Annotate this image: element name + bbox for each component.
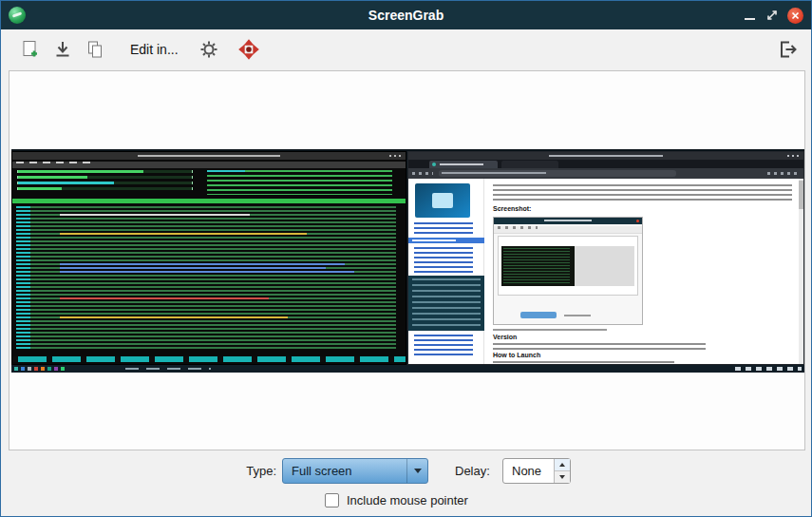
terminal-menu-items (16, 162, 96, 163)
cpu-meter (17, 176, 193, 179)
maximize-button[interactable] (765, 9, 779, 22)
embedded-label (564, 315, 591, 316)
embedded-preview (498, 236, 638, 296)
type-combobox[interactable]: Full screen (282, 458, 428, 484)
terminal-window-buttons (389, 155, 403, 157)
paragraph-text (493, 184, 792, 201)
toolbar: Edit in... (1, 29, 811, 69)
browser-title-text (549, 155, 663, 157)
save-button[interactable] (50, 37, 75, 62)
screenshot-preview: Screenshot: Version (11, 149, 804, 373)
cpu-meter (17, 170, 193, 173)
terminal-text-line (60, 316, 288, 318)
browser-scrollbar-thumb (799, 181, 803, 209)
page-heading-version: Version (493, 334, 517, 341)
new-screenshot-icon (20, 39, 41, 60)
htop-cpu-meters (17, 170, 193, 190)
terminal-text-line (60, 233, 307, 235)
htop-column-header (12, 199, 406, 203)
browser-navbar (408, 168, 803, 179)
delay-spinbox-value: None (512, 464, 541, 478)
page-heading-screenshot: Screenshot: (493, 205, 531, 213)
embedded-combobox (520, 312, 557, 318)
include-pointer-label: Include mouse pointer (347, 493, 468, 507)
terminal-text-line (60, 214, 250, 216)
exit-icon (777, 39, 798, 60)
chevron-down-icon (559, 475, 565, 479)
pid-column-texture (16, 206, 30, 349)
minimize-button[interactable] (744, 9, 757, 22)
close-button[interactable] (787, 8, 803, 24)
taskbar-app-icons (14, 367, 65, 371)
sidebar-links (414, 222, 473, 235)
delay-spin-buttons (554, 459, 570, 483)
embedded-titlebar (494, 218, 642, 224)
embedded-thumbnail (501, 246, 634, 286)
maximize-icon (765, 9, 779, 22)
sidebar-selected-item (408, 238, 484, 243)
include-pointer-checkbox[interactable] (325, 493, 339, 507)
type-label: Type: (236, 464, 276, 478)
swap-meter (17, 187, 193, 190)
taskbar-icon (28, 367, 31, 371)
page-main-column: Screenshot: Version (485, 179, 798, 364)
terminal-text-line (60, 267, 326, 269)
htop-stats-text (207, 170, 392, 195)
process-rows-texture (16, 206, 396, 349)
copy-button[interactable] (83, 37, 107, 62)
type-combobox-value: Full screen (292, 464, 352, 478)
spin-up-button[interactable] (555, 459, 570, 471)
htop-uptime-text (207, 170, 245, 172)
delay-spinbox[interactable]: None (502, 458, 571, 484)
type-combobox-dropdown[interactable] (406, 459, 427, 483)
preview-area: Screenshot: Version (9, 70, 805, 450)
terminal-text-line (60, 263, 345, 265)
browser-scrollbar (799, 179, 803, 364)
upload-button[interactable] (235, 37, 263, 62)
taskbar-icon (61, 367, 65, 371)
screengrab-window: ScreenGrab (0, 0, 812, 517)
window-title: ScreenGrab (1, 1, 811, 29)
htop-function-key-bar (12, 356, 406, 362)
sidebar-links (414, 247, 473, 274)
terminal-titlebar (12, 152, 406, 160)
taskbar-icon (47, 367, 51, 371)
save-icon (52, 39, 73, 60)
paragraph-text (493, 343, 706, 350)
captured-terminal-window (11, 151, 406, 365)
options-button[interactable] (197, 37, 221, 62)
taskbar-icon (41, 367, 45, 371)
image-caption-line (493, 329, 607, 331)
browser-toolbar-icons (767, 172, 800, 175)
close-icon (791, 11, 800, 20)
quit-button[interactable] (775, 37, 800, 62)
delay-label: Delay: (455, 464, 490, 478)
new-screenshot-button[interactable] (18, 37, 43, 62)
terminal-text-line (60, 297, 269, 299)
terminal-title-text (138, 155, 280, 157)
manual-logo-image (415, 183, 470, 218)
upload-icon (236, 37, 261, 62)
taskbar-icon (14, 367, 18, 371)
captured-taskbar (11, 365, 804, 373)
browser-urlbar (439, 170, 676, 177)
terminal-text-line (60, 271, 354, 273)
browser-tabbar (408, 160, 803, 168)
gear-icon (198, 39, 219, 60)
window-controls (744, 1, 803, 29)
memory-meter (17, 182, 193, 184)
browser-page-content: Screenshot: Version (408, 179, 803, 364)
browser-nav-buttons (412, 172, 433, 175)
taskbar-icon (34, 367, 38, 371)
chevron-up-icon (559, 463, 565, 467)
terminal-content (12, 166, 406, 364)
edit-in-button[interactable]: Edit in... (124, 29, 184, 69)
titlebar: ScreenGrab (1, 1, 811, 29)
browser-tab (501, 161, 558, 168)
taskbar-icon (54, 367, 58, 371)
spin-down-button[interactable] (555, 471, 570, 483)
copy-icon (85, 39, 105, 60)
taskbar-task-buttons (125, 368, 211, 370)
page-sidebar (408, 179, 484, 364)
sidebar-expanded-section (408, 276, 484, 331)
